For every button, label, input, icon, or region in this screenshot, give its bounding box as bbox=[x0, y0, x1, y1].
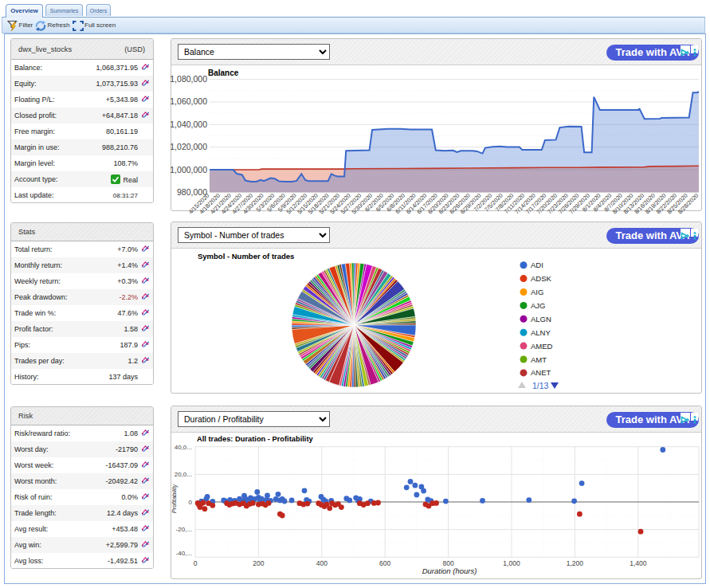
svg-text:AMED: AMED bbox=[531, 342, 553, 351]
svg-text:1/13: 1/13 bbox=[532, 381, 549, 390]
svg-text:1,000,000: 1,000,000 bbox=[170, 165, 207, 174]
svg-text:-20,...: -20,... bbox=[176, 526, 192, 533]
svg-text:ANET: ANET bbox=[531, 368, 551, 377]
svg-text:1,400: 1,400 bbox=[630, 559, 647, 567]
svg-text:ADSK: ADSK bbox=[531, 274, 552, 283]
svg-text:1,040,000: 1,040,000 bbox=[170, 120, 207, 129]
svg-text:Symbol - Number of trades: Symbol - Number of trades bbox=[198, 252, 294, 261]
svg-text:1,020,000: 1,020,000 bbox=[170, 142, 207, 151]
svg-text:600: 600 bbox=[379, 559, 390, 567]
svg-text:1,000: 1,000 bbox=[503, 559, 520, 567]
svg-text:ALNY: ALNY bbox=[531, 328, 551, 337]
svg-text:Balance: Balance bbox=[208, 69, 239, 77]
svg-text:Duration (hours): Duration (hours) bbox=[422, 566, 477, 575]
svg-text:1,060,000: 1,060,000 bbox=[170, 96, 207, 106]
svg-text:All trades: Duration - Profita: All trades: Duration - Profitability bbox=[197, 435, 313, 443]
svg-text:AIG: AIG bbox=[531, 288, 543, 296]
svg-text:ALGN: ALGN bbox=[531, 315, 551, 323]
svg-text:400: 400 bbox=[316, 559, 328, 567]
svg-text:0: 0 bbox=[189, 499, 193, 506]
svg-text:AJG: AJG bbox=[531, 301, 545, 310]
svg-text:0: 0 bbox=[194, 559, 198, 567]
svg-text:20,0...: 20,0... bbox=[175, 471, 192, 478]
svg-text:ADI: ADI bbox=[531, 261, 543, 269]
svg-text:1,080,000: 1,080,000 bbox=[170, 74, 207, 84]
svg-text:200: 200 bbox=[253, 559, 264, 567]
svg-text:40,0...: 40,0... bbox=[175, 444, 192, 451]
svg-text:-40,...: -40,... bbox=[176, 550, 192, 557]
svg-text:AMT: AMT bbox=[531, 355, 547, 364]
svg-text:Profitability: Profitability bbox=[171, 483, 178, 513]
svg-text:1,200: 1,200 bbox=[567, 559, 584, 567]
